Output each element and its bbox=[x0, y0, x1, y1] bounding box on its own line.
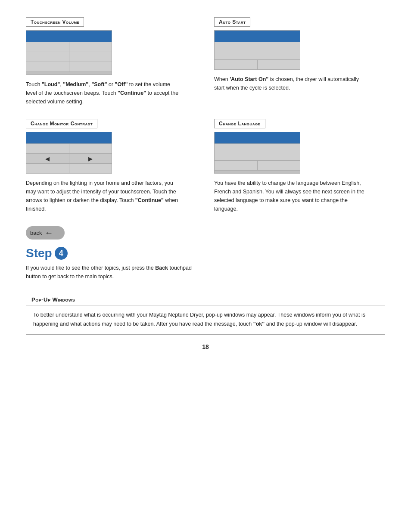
tv-cell5 bbox=[26, 62, 69, 72]
popup-windows-header: Pop-Up Windows bbox=[26, 294, 385, 305]
tv-cell1 bbox=[26, 42, 69, 52]
page-content: Touchscreen Volume bbox=[26, 17, 385, 350]
as-row1 bbox=[215, 42, 300, 59]
change-language-desc: You have the ability to change the langu… bbox=[214, 179, 369, 213]
change-language-section: Change Language You have the ability to … bbox=[214, 119, 385, 213]
cl-cell1 bbox=[215, 144, 300, 160]
change-language-label: Change Language bbox=[214, 119, 265, 128]
cl-row3 bbox=[215, 170, 300, 173]
monitor-contrast-desc: Depending on the lighting in your home a… bbox=[26, 179, 181, 213]
as-cell2 bbox=[215, 60, 258, 69]
cl-row1 bbox=[215, 143, 300, 160]
back-arrow-icon: ← bbox=[44, 228, 53, 238]
tv-row1 bbox=[26, 42, 112, 52]
cl-cell3 bbox=[258, 161, 300, 170]
tv-cell4 bbox=[69, 52, 112, 62]
tv-row3 bbox=[26, 62, 112, 72]
step-label: Step bbox=[26, 246, 52, 260]
as-cell1 bbox=[215, 42, 300, 59]
cl-top-bar bbox=[215, 132, 300, 143]
mc-cell5 bbox=[26, 164, 69, 173]
top-row: Touchscreen Volume bbox=[26, 17, 385, 106]
back-button[interactable]: back ← bbox=[26, 226, 65, 240]
cl-row2 bbox=[215, 160, 300, 170]
auto-start-screen bbox=[214, 30, 300, 70]
tv-cell3 bbox=[26, 52, 69, 62]
change-monitor-contrast-section: Change Monitor Contrast ◀ ▶ Depending bbox=[26, 119, 197, 213]
mc-cell2 bbox=[69, 144, 112, 153]
back-area: back ← bbox=[26, 226, 385, 240]
step-number-circle: 4 bbox=[55, 247, 68, 260]
tv-top-bar bbox=[26, 31, 112, 42]
tv-cell2 bbox=[69, 42, 112, 52]
back-label: back bbox=[30, 230, 42, 236]
mc-row1 bbox=[26, 143, 112, 153]
page-number: 18 bbox=[26, 343, 385, 350]
auto-start-desc: When 'Auto Start On" is chosen, the drye… bbox=[214, 75, 369, 92]
touchscreen-volume-section: Touchscreen Volume bbox=[26, 17, 197, 106]
step4-description: If you would like to see the other topic… bbox=[26, 264, 198, 281]
auto-start-section: Auto Start When 'Auto Start On" is chose… bbox=[214, 17, 385, 106]
mc-cell1 bbox=[26, 144, 69, 153]
mc-cell6 bbox=[69, 164, 112, 173]
as-top-bar bbox=[215, 31, 300, 42]
tv-row2 bbox=[26, 52, 112, 62]
mc-right-arrow[interactable]: ▶ bbox=[69, 154, 112, 163]
touchscreen-volume-label: Touchscreen Volume bbox=[26, 17, 84, 27]
second-row: Change Monitor Contrast ◀ ▶ Depending bbox=[26, 119, 385, 213]
change-language-screen bbox=[214, 132, 300, 174]
step4-heading: Step 4 bbox=[26, 246, 385, 260]
tv-row4 bbox=[26, 72, 112, 75]
mc-left-arrow[interactable]: ◀ bbox=[26, 154, 69, 163]
popup-windows-section: Pop-Up Windows To better understand what… bbox=[26, 294, 385, 335]
mc-top-bar bbox=[26, 132, 112, 143]
tv-cell6 bbox=[69, 62, 112, 72]
cl-bottom bbox=[215, 171, 300, 173]
popup-windows-body: To better understand what is occurring w… bbox=[26, 305, 385, 334]
mc-row3 bbox=[26, 163, 112, 173]
touchscreen-volume-desc: Touch "Loud", "Medium", "Soft" or "Off" … bbox=[26, 80, 181, 106]
as-cell3 bbox=[258, 60, 300, 69]
monitor-contrast-screen: ◀ ▶ bbox=[26, 132, 112, 174]
as-row2 bbox=[215, 59, 300, 69]
cl-cell2 bbox=[215, 161, 258, 170]
change-monitor-contrast-label: Change Monitor Contrast bbox=[26, 119, 97, 128]
tv-bottom bbox=[26, 72, 112, 75]
step4-section: Step 4 If you would like to see the othe… bbox=[26, 246, 385, 281]
mc-row2: ◀ ▶ bbox=[26, 153, 112, 163]
touchscreen-volume-screen bbox=[26, 30, 112, 75]
auto-start-label: Auto Start bbox=[214, 17, 250, 27]
